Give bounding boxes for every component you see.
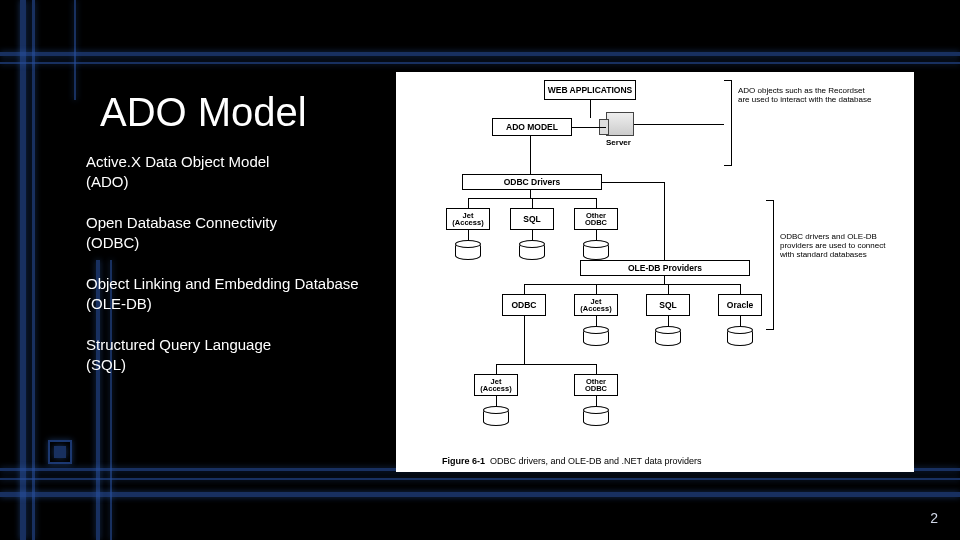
slide-title: ADO Model <box>100 90 307 135</box>
figure-label: Figure 6-1 <box>442 456 485 466</box>
page-number: 2 <box>930 510 938 526</box>
oledb-odbc: ODBC <box>502 294 546 316</box>
brace-icon <box>724 80 732 166</box>
database-icon <box>655 328 681 346</box>
server-icon <box>606 112 634 136</box>
odbc-driver-jet: Jet (Access) <box>446 208 490 230</box>
database-icon <box>583 328 609 346</box>
bullet-item: Open Database Connectivity (ODBC) <box>86 213 406 252</box>
note-bottom: ODBC drivers and OLE-DB providers are us… <box>780 232 900 260</box>
bullet-abbr: (SQL) <box>86 355 406 375</box>
database-icon <box>583 242 609 260</box>
brace-icon <box>766 200 774 330</box>
sub-jet: Jet (Access) <box>474 374 518 396</box>
odbc-drivers-header: ODBC Drivers <box>462 174 602 190</box>
figure-caption-text: ODBC drivers, and OLE-DB and .NET data p… <box>490 456 701 466</box>
oledb-oracle: Oracle <box>718 294 762 316</box>
architecture-diagram: WEB APPLICATIONS ADO MODEL Server ADO ob… <box>396 72 914 472</box>
bullet-abbr: (OLE-DB) <box>86 294 406 314</box>
bullet-item: Active.X Data Object Model (ADO) <box>86 152 406 191</box>
figure-caption: Figure 6-1 ODBC drivers, and OLE-DB and … <box>442 456 701 466</box>
database-icon <box>519 242 545 260</box>
database-icon <box>727 328 753 346</box>
bullet-list: Active.X Data Object Model (ADO) Open Da… <box>86 152 406 396</box>
bullet-abbr: (ODBC) <box>86 233 406 253</box>
bullet-name: Object Linking and Embedding Database <box>86 275 359 292</box>
bullet-name: Active.X Data Object Model <box>86 153 269 170</box>
bullet-name: Open Database Connectivity <box>86 214 277 231</box>
web-applications-box: WEB APPLICATIONS <box>544 80 636 100</box>
server-label: Server <box>606 138 631 147</box>
ado-model-box: ADO MODEL <box>492 118 572 136</box>
odbc-driver-sql: SQL <box>510 208 554 230</box>
database-icon <box>583 408 609 426</box>
database-icon <box>483 408 509 426</box>
database-icon <box>455 242 481 260</box>
bullet-item: Object Linking and Embedding Database (O… <box>86 274 406 313</box>
odbc-driver-other: Other ODBC <box>574 208 618 230</box>
sub-other: Other ODBC <box>574 374 618 396</box>
note-top: ADO objects such as the Recordset are us… <box>738 86 878 104</box>
bullet-abbr: (ADO) <box>86 172 406 192</box>
bullet-item: Structured Query Language (SQL) <box>86 335 406 374</box>
oledb-providers-header: OLE-DB Providers <box>580 260 750 276</box>
oledb-jet: Jet (Access) <box>574 294 618 316</box>
bullet-name: Structured Query Language <box>86 336 271 353</box>
oledb-sql: SQL <box>646 294 690 316</box>
